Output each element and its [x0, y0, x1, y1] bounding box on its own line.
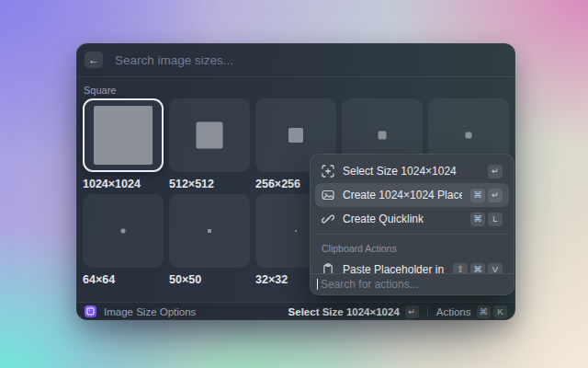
key-return: ↵	[488, 189, 503, 202]
actions-panel: Select Size 1024×1024 ↵ Create 1024×1024…	[310, 154, 514, 295]
size-tile	[83, 98, 164, 172]
size-tile	[169, 194, 250, 268]
shortcut-keys: ⌘ L	[470, 213, 503, 226]
footer-divider	[427, 306, 428, 316]
key-return: ↵	[405, 305, 419, 318]
footer-bar: Image Size Options Select Size 1024×1024…	[76, 302, 515, 320]
size-square-preview	[197, 122, 223, 149]
key-command: ⌘	[470, 213, 485, 226]
size-square-preview	[94, 106, 153, 165]
grid-item-50[interactable]: 50×50	[169, 194, 250, 286]
extension-name: Image Size Options	[104, 306, 288, 317]
image-icon	[322, 189, 334, 201]
text-caret	[317, 279, 318, 290]
actions-button[interactable]: Actions	[436, 306, 471, 317]
size-square-preview	[121, 229, 126, 234]
key-k: K	[493, 305, 507, 318]
size-label: 50×50	[169, 273, 250, 286]
size-label: 1024×1024	[83, 178, 164, 190]
extension-app-icon	[85, 305, 96, 317]
action-select-size[interactable]: Select Size 1024×1024 ↵	[315, 159, 509, 183]
primary-action-label[interactable]: Select Size 1024×1024	[288, 306, 400, 317]
size-square-preview	[466, 132, 472, 139]
grid-item-1024[interactable]: 1024×1024	[83, 98, 164, 190]
actions-search-placeholder: Search for actions...	[321, 278, 419, 291]
size-tile	[169, 98, 250, 172]
key-return: ↵	[488, 165, 503, 178]
action-label: Create 1024×1024 Placeholder	[343, 189, 462, 201]
key-l: L	[488, 213, 503, 226]
grid-item-64[interactable]: 64×64	[83, 194, 164, 286]
clipboard-actions-header: Clipboard Actions	[315, 237, 509, 258]
shortcut-keys: ⌘ ↵	[470, 189, 503, 202]
size-square-preview	[288, 128, 303, 143]
size-square-preview	[208, 229, 211, 233]
launcher-window: ← Search image sizes... Square 1024×1024…	[76, 43, 515, 320]
actions-list: Select Size 1024×1024 ↵ Create 1024×1024…	[311, 155, 514, 286]
grid-item-512[interactable]: 512×512	[169, 98, 250, 190]
select-size-icon	[322, 165, 334, 178]
section-title-square: Square	[84, 85, 116, 96]
back-button[interactable]: ←	[85, 52, 103, 68]
size-square-preview	[295, 230, 297, 232]
link-icon	[322, 213, 334, 225]
shortcut-keys: ↵	[488, 165, 503, 178]
shortcut-keys: ⌘ K	[477, 305, 508, 318]
action-create-placeholder[interactable]: Create 1024×1024 Placeholder ⌘ ↵	[315, 183, 509, 207]
key-command: ⌘	[477, 305, 492, 318]
search-bar: ← Search image sizes...	[76, 43, 515, 77]
size-tile	[83, 194, 164, 268]
size-square-preview	[379, 132, 387, 140]
key-command: ⌘	[470, 189, 485, 202]
search-input[interactable]: Search image sizes...	[115, 53, 233, 67]
size-label: 512×512	[169, 178, 250, 190]
actions-search-field[interactable]: Search for actions...	[311, 273, 514, 294]
size-label: 64×64	[83, 273, 164, 286]
action-label: Create Quicklink	[343, 213, 462, 225]
action-create-quicklink[interactable]: Create Quicklink ⌘ L	[315, 207, 509, 231]
arrow-left-icon: ←	[88, 54, 99, 65]
panel-divider	[316, 234, 508, 235]
action-label: Select Size 1024×1024	[343, 165, 480, 178]
